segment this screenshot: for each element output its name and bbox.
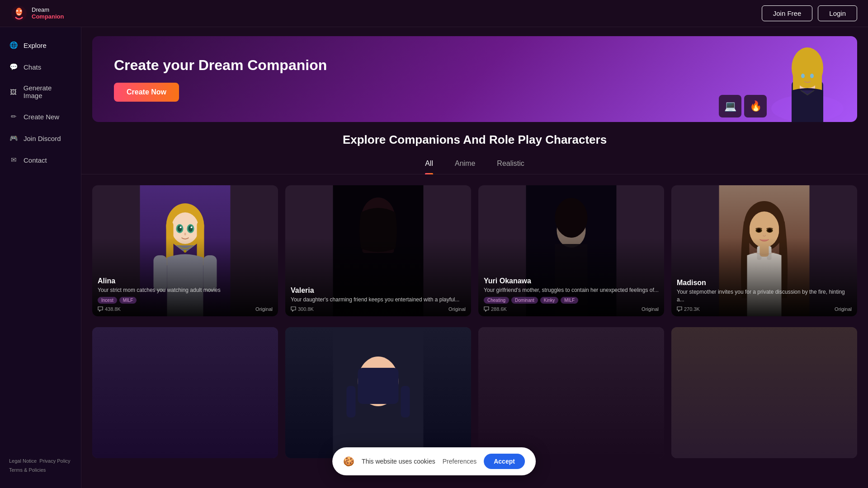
login-button[interactable]: Login bbox=[818, 5, 857, 21]
card-desc-alina: Your strict mom catches you watching adu… bbox=[98, 286, 273, 294]
mail-icon: ✉ bbox=[9, 155, 18, 164]
preferences-button[interactable]: Preferences bbox=[443, 458, 476, 465]
card-messages-valeria: 300.8K bbox=[291, 306, 314, 312]
tab-anime[interactable]: Anime bbox=[455, 156, 475, 174]
svg-point-39 bbox=[757, 229, 761, 232]
svg-point-23 bbox=[184, 233, 186, 235]
cookie-bar: 🍪 This website uses cookies Preferences … bbox=[332, 447, 536, 475]
card-badge-madison: Original bbox=[835, 306, 852, 312]
card-info-yuri-okanawa: Yuri Okanawa Your girlfriend's mother, s… bbox=[478, 272, 664, 316]
header-buttons: Join Free Login bbox=[762, 5, 857, 21]
main-content: Create your Dream Companion Create Now 💻… bbox=[81, 27, 868, 488]
sidebar-label-contact: Contact bbox=[24, 156, 47, 164]
sidebar-label-create-new: Create New bbox=[24, 113, 59, 121]
sidebar-label-explore: Explore bbox=[24, 42, 47, 49]
cookie-text: This website uses cookies bbox=[362, 458, 435, 465]
card-name-valeria: Valeria bbox=[291, 286, 466, 295]
card-valeria[interactable]: Valeria Your daughter's charming friend … bbox=[285, 185, 471, 316]
sidebar-item-create-new[interactable]: ✏ Create New bbox=[0, 106, 81, 127]
svg-point-2 bbox=[16, 10, 18, 12]
svg-point-21 bbox=[180, 226, 182, 228]
header: Dream Companion Join Free Login bbox=[0, 0, 868, 27]
create-now-button[interactable]: Create Now bbox=[114, 83, 179, 102]
card-placeholder-3[interactable] bbox=[478, 327, 664, 458]
tag-kinky: Kinky bbox=[540, 297, 558, 304]
legal-notice-link[interactable]: Legal Notice bbox=[9, 458, 37, 464]
card-yuri-okanawa[interactable]: Yuri Okanawa Your girlfriend's mother, s… bbox=[478, 185, 664, 316]
card-name-alina: Alina bbox=[98, 277, 273, 285]
tab-all[interactable]: All bbox=[425, 156, 433, 174]
chat-bubble-icon bbox=[291, 306, 296, 312]
card-figure-svg bbox=[285, 327, 471, 458]
hero-text: Create your Dream Companion Create Now bbox=[114, 57, 327, 102]
privacy-policy-link[interactable]: Privacy Policy bbox=[39, 458, 70, 464]
card-badge-valeria: Original bbox=[448, 306, 466, 312]
layout: 🌐 Explore 💬 Chats 🖼 Generate Image ✏ Cre… bbox=[0, 27, 868, 488]
card-madison[interactable]: Madison Your stepmother invites you for … bbox=[671, 185, 857, 316]
accept-button[interactable]: Accept bbox=[484, 454, 525, 469]
card-desc-valeria: Your daughter's charming friend keeps yo… bbox=[291, 296, 466, 304]
svg-point-40 bbox=[768, 229, 772, 232]
svg-rect-46 bbox=[358, 368, 399, 404]
hero-figure bbox=[758, 36, 857, 122]
sidebar-label-generate-image: Generate Image bbox=[24, 84, 72, 99]
card-footer-alina: 438.8K Original bbox=[98, 306, 273, 312]
chat-icon: 💬 bbox=[9, 62, 18, 71]
tab-realistic[interactable]: Realistic bbox=[497, 156, 524, 174]
card-tags-yuri-okanawa: CheatingDominantKinkyMILF bbox=[484, 297, 659, 304]
sidebar-label-join-discord: Join Discord bbox=[24, 135, 61, 142]
svg-rect-48 bbox=[401, 386, 410, 418]
card-placeholder-image-3 bbox=[478, 327, 664, 458]
logo[interactable]: Dream Companion bbox=[11, 5, 64, 22]
svg-point-10 bbox=[801, 74, 805, 78]
card-placeholder-2[interactable] bbox=[285, 327, 471, 458]
sidebar-item-join-discord[interactable]: 🎮 Join Discord bbox=[0, 127, 81, 149]
svg-rect-47 bbox=[347, 386, 356, 418]
tag-milf: MILF bbox=[119, 297, 137, 304]
mascot-laptop: 💻 bbox=[719, 95, 741, 117]
sidebar-item-contact[interactable]: ✉ Contact bbox=[0, 149, 81, 171]
join-free-button[interactable]: Join Free bbox=[762, 5, 813, 21]
hero-image-area: 💻 🔥 bbox=[712, 36, 857, 122]
chat-bubble-icon bbox=[677, 306, 682, 312]
card-badge-alina: Original bbox=[255, 306, 273, 312]
card-desc-madison: Your stepmother invites you for a privat… bbox=[677, 288, 852, 304]
sidebar-item-explore[interactable]: 🌐 Explore bbox=[0, 34, 81, 56]
tag-milf: MILF bbox=[561, 297, 578, 304]
card-alina[interactable]: Alina Your strict mom catches you watchi… bbox=[92, 185, 278, 316]
wand-icon: ✏ bbox=[9, 112, 18, 121]
tag-dominant: Dominant bbox=[511, 297, 538, 304]
hero-banner: Create your Dream Companion Create Now 💻… bbox=[92, 36, 857, 122]
sidebar-item-generate-image[interactable]: 🖼 Generate Image bbox=[0, 78, 81, 106]
tag-incest: Incest bbox=[98, 297, 117, 304]
section-title: Explore Companions And Role Play Charact… bbox=[81, 133, 868, 147]
discord-icon: 🎮 bbox=[9, 134, 18, 143]
hero-title: Create your Dream Companion bbox=[114, 57, 327, 74]
svg-point-19 bbox=[178, 225, 182, 232]
card-placeholder-image-2 bbox=[285, 327, 471, 458]
card-name-yuri-okanawa: Yuri Okanawa bbox=[484, 277, 659, 285]
card-info-madison: Madison Your stepmother invites you for … bbox=[671, 273, 857, 316]
svg-point-22 bbox=[191, 226, 193, 228]
sidebar-item-chats[interactable]: 💬 Chats bbox=[0, 56, 81, 78]
card-desc-yuri-okanawa: Your girlfriend's mother, struggles to c… bbox=[484, 286, 659, 294]
sidebar-label-chats: Chats bbox=[24, 63, 41, 71]
svg-point-11 bbox=[810, 74, 814, 78]
svg-point-33 bbox=[555, 198, 588, 238]
logo-text: Dream Companion bbox=[32, 7, 64, 20]
svg-point-3 bbox=[20, 10, 22, 12]
card-messages-alina: 438.8K bbox=[98, 306, 121, 312]
terms-link[interactable]: Terms & Policies bbox=[9, 467, 46, 473]
sidebar-footer: Legal Notice Privacy Policy Terms & Poli… bbox=[0, 451, 81, 481]
card-info-alina: Alina Your strict mom catches you watchi… bbox=[92, 272, 278, 316]
tag-cheating: Cheating bbox=[484, 297, 509, 304]
card-placeholder-image-1 bbox=[92, 327, 278, 458]
card-tags-alina: IncestMILF bbox=[98, 297, 273, 304]
logo-icon bbox=[11, 5, 27, 22]
logo-companion: Companion bbox=[32, 14, 64, 20]
cards-grid: Alina Your strict mom catches you watchi… bbox=[81, 185, 868, 327]
logo-dream: Dream bbox=[32, 7, 64, 13]
chat-bubble-icon bbox=[484, 306, 489, 312]
card-placeholder-4[interactable] bbox=[671, 327, 857, 458]
card-placeholder-1[interactable] bbox=[92, 327, 278, 458]
